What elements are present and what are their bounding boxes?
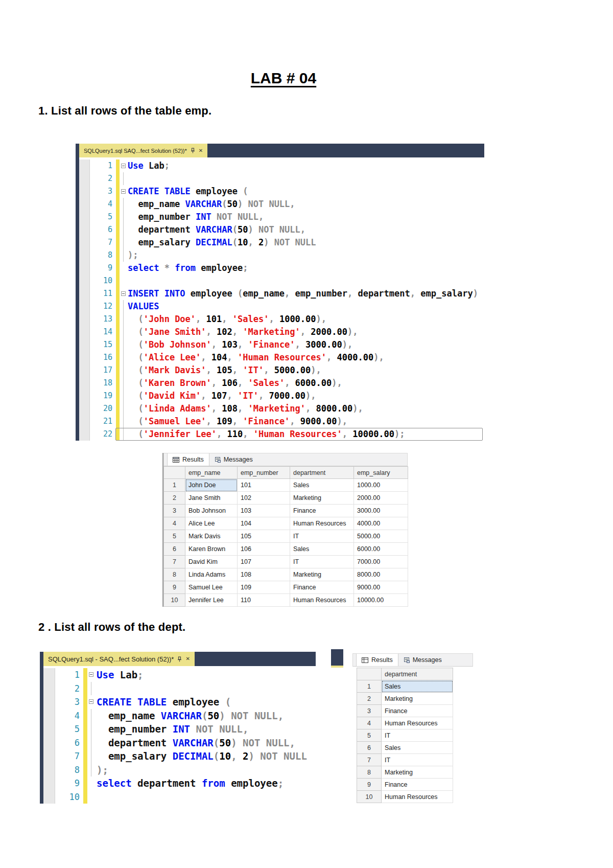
- row-number-cell[interactable]: 1: [164, 479, 185, 492]
- tab-messages[interactable]: Messages: [398, 654, 447, 666]
- table-row[interactable]: 2Jane Smith102Marketing2000.00: [164, 492, 408, 505]
- data-cell[interactable]: Mark Davis: [185, 530, 238, 543]
- row-number-cell[interactable]: 9: [357, 779, 382, 791]
- data-cell[interactable]: Linda Adams: [185, 568, 238, 581]
- data-cell[interactable]: Finance: [290, 505, 354, 517]
- data-cell[interactable]: Sales: [382, 680, 453, 693]
- code-text[interactable]: select department from employee;: [97, 776, 316, 790]
- code-text[interactable]: ('David Kim', 107, 'IT', 7000.00),: [128, 390, 484, 402]
- fold-collapse-icon[interactable]: [120, 159, 128, 172]
- data-cell[interactable]: David Kim: [185, 556, 238, 568]
- data-cell[interactable]: Finance: [290, 581, 354, 594]
- close-icon[interactable]: ✕: [199, 148, 203, 153]
- code-line-10[interactable]: 10: [79, 275, 484, 287]
- code-line-6[interactable]: 6 department VARCHAR(50) NOT NULL,: [43, 736, 316, 750]
- code-line-10[interactable]: 10: [43, 790, 316, 804]
- fold-collapse-icon[interactable]: [87, 668, 97, 682]
- code-text[interactable]: CREATE TABLE employee (: [128, 185, 484, 198]
- code-line-5[interactable]: 5 emp_number INT NOT NULL,: [43, 722, 316, 736]
- column-header[interactable]: emp_name: [185, 467, 238, 479]
- data-cell[interactable]: Sales: [382, 742, 453, 754]
- code-text[interactable]: ('Alice Lee', 104, 'Human Resources', 40…: [128, 351, 484, 364]
- data-cell[interactable]: Marketing: [382, 693, 453, 705]
- editor-1-code-area[interactable]: 1Use Lab;23CREATE TABLE employee (4 emp_…: [79, 157, 484, 441]
- data-cell[interactable]: IT: [290, 556, 354, 568]
- data-cell[interactable]: Karen Brown: [185, 543, 238, 556]
- code-text[interactable]: department VARCHAR(50) NOT NULL,: [97, 736, 316, 750]
- data-cell[interactable]: Marketing: [290, 568, 354, 581]
- code-text[interactable]: VALUES: [128, 300, 484, 313]
- row-number-cell[interactable]: 10: [164, 594, 185, 607]
- code-text[interactable]: Use Lab;: [128, 159, 484, 172]
- table-row[interactable]: 9Samuel Lee109Finance9000.00: [164, 581, 408, 594]
- row-number-cell[interactable]: 3: [164, 505, 185, 517]
- data-cell[interactable]: 6000.00: [354, 543, 408, 556]
- code-text[interactable]: CREATE TABLE employee (: [97, 695, 316, 709]
- data-cell[interactable]: 7000.00: [354, 556, 408, 568]
- data-cell[interactable]: Finance: [382, 705, 453, 717]
- code-line-2[interactable]: 2: [79, 172, 484, 185]
- table-row[interactable]: 9Finance: [357, 779, 453, 791]
- table-row[interactable]: 4Human Resources: [357, 717, 453, 729]
- code-line-20[interactable]: 20 ('Linda Adams', 108, 'Marketing', 800…: [79, 402, 484, 415]
- fold-collapse-icon[interactable]: [120, 185, 128, 198]
- data-cell[interactable]: Marketing: [290, 492, 354, 505]
- data-cell[interactable]: Samuel Lee: [185, 581, 238, 594]
- table-row[interactable]: 8Marketing: [357, 766, 453, 779]
- code-text[interactable]: ('Linda Adams', 108, 'Marketing', 8000.0…: [128, 402, 484, 415]
- fold-collapse-icon[interactable]: [87, 695, 97, 709]
- data-cell[interactable]: 1000.00: [354, 479, 408, 492]
- column-header[interactable]: emp_number: [238, 467, 290, 479]
- code-line-1[interactable]: 1Use Lab;: [43, 668, 316, 682]
- data-cell[interactable]: Human Resources: [382, 717, 453, 729]
- table-row[interactable]: 10Human Resources: [357, 791, 453, 803]
- code-line-14[interactable]: 14 ('Jane Smith', 102, 'Marketing', 2000…: [79, 326, 484, 338]
- data-cell[interactable]: Finance: [382, 779, 453, 791]
- row-number-cell[interactable]: 7: [357, 754, 382, 766]
- code-text[interactable]: );: [128, 249, 484, 262]
- data-cell[interactable]: 9000.00: [354, 581, 408, 594]
- data-cell[interactable]: Human Resources: [290, 517, 354, 530]
- data-cell[interactable]: Sales: [290, 479, 354, 492]
- table-row[interactable]: 8Linda Adams108Marketing8000.00: [164, 568, 408, 581]
- column-header[interactable]: emp_salary: [354, 467, 408, 479]
- editor-2-code-area[interactable]: 1Use Lab;23CREATE TABLE employee (4 emp_…: [43, 666, 316, 804]
- code-line-16[interactable]: 16 ('Alice Lee', 104, 'Human Resources',…: [79, 351, 484, 364]
- code-line-7[interactable]: 7 emp_salary DECIMAL(10, 2) NOT NULL: [43, 749, 316, 763]
- data-cell[interactable]: 4000.00: [354, 517, 408, 530]
- code-text[interactable]: Use Lab;: [97, 668, 316, 682]
- table-row[interactable]: 3Finance: [357, 705, 453, 717]
- data-cell[interactable]: 109: [238, 581, 290, 594]
- row-number-cell[interactable]: 5: [357, 729, 382, 742]
- code-line-7[interactable]: 7 emp_salary DECIMAL(10, 2) NOT NULL: [79, 236, 484, 249]
- data-cell[interactable]: Human Resources: [290, 594, 354, 607]
- row-number-cell[interactable]: 8: [164, 568, 185, 581]
- code-text[interactable]: emp_number INT NOT NULL,: [97, 722, 316, 736]
- data-cell[interactable]: Sales: [290, 543, 354, 556]
- editor-1-document-tab[interactable]: SQLQuery1.sql SAQ...fect Solution (52))*…: [79, 144, 207, 157]
- row-number-header[interactable]: [357, 668, 382, 680]
- table-row[interactable]: 5Mark Davis105IT5000.00: [164, 530, 408, 543]
- data-cell[interactable]: 3000.00: [354, 505, 408, 517]
- code-line-18[interactable]: 18 ('Karen Brown', 106, 'Sales', 6000.00…: [79, 377, 484, 390]
- row-number-cell[interactable]: 3: [357, 705, 382, 717]
- data-cell[interactable]: Marketing: [382, 766, 453, 779]
- code-line-2[interactable]: 2: [43, 682, 316, 696]
- data-cell[interactable]: Human Resources: [382, 791, 453, 803]
- code-line-11[interactable]: 11INSERT INTO employee (emp_name, emp_nu…: [79, 287, 484, 300]
- code-line-19[interactable]: 19 ('David Kim', 107, 'IT', 7000.00),: [79, 390, 484, 402]
- data-cell[interactable]: Bob Johnson: [185, 505, 238, 517]
- table-row[interactable]: 6Sales: [357, 742, 453, 754]
- table-row[interactable]: 1Sales: [357, 680, 453, 693]
- code-line-22[interactable]: 22 ('Jennifer Lee', 110, 'Human Resource…: [79, 428, 484, 441]
- code-line-12[interactable]: 12VALUES: [79, 300, 484, 313]
- tab-results[interactable]: Results: [167, 453, 209, 466]
- row-number-header[interactable]: [164, 467, 185, 479]
- data-cell[interactable]: 101: [238, 479, 290, 492]
- data-cell[interactable]: 5000.00: [354, 530, 408, 543]
- code-text[interactable]: ('Bob Johnson', 103, 'Finance', 3000.00)…: [128, 338, 484, 351]
- table-row[interactable]: 4Alice Lee104Human Resources4000.00: [164, 517, 408, 530]
- data-cell[interactable]: IT: [382, 729, 453, 742]
- table-row[interactable]: 5IT: [357, 729, 453, 742]
- code-line-13[interactable]: 13 ('John Doe', 101, 'Sales', 1000.00),: [79, 313, 484, 326]
